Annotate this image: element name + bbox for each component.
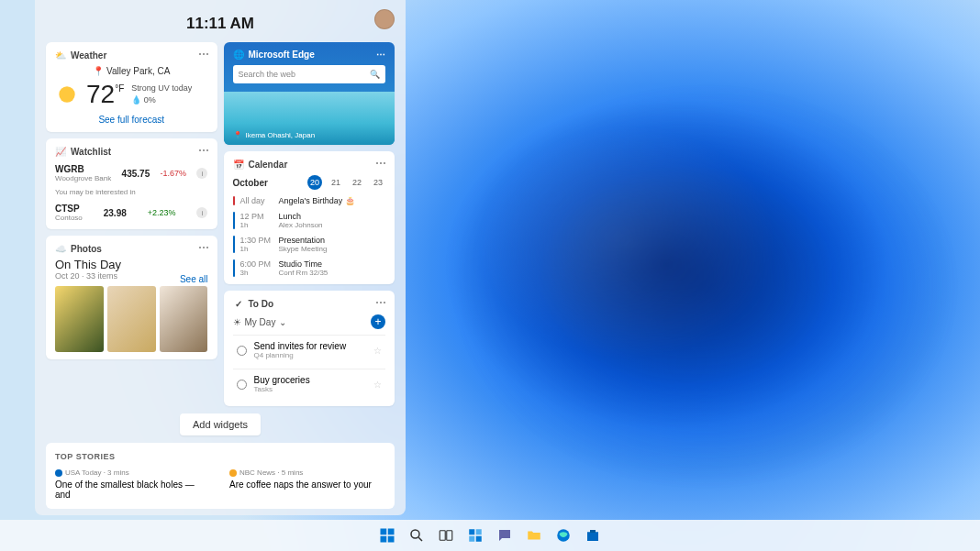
widgets-button[interactable] [463,523,487,547]
watchlist-title: Watchlist [71,147,111,157]
calendar-title: Calendar [249,160,288,170]
file-explorer-button[interactable] [522,523,546,547]
edge-more-icon[interactable]: ⋯ [376,50,385,60]
edge-title: Microsoft Edge [249,50,315,60]
chat-button[interactable] [493,523,517,547]
todo-widget[interactable]: ✓To Do ⋯ ☀My Day⌄+ Send invites for revi… [224,291,395,406]
photos-title: Photos [71,244,102,254]
edge-taskbar-button[interactable] [551,523,575,547]
svg-rect-11 [469,536,474,542]
weather-meta: Strong UV today💧 0% [131,83,192,105]
watchlist-more-icon[interactable]: ⋯ [198,144,210,157]
sun-small-icon: ☀ [233,317,241,327]
search-button[interactable] [405,523,429,547]
calendar-day[interactable]: 22 [350,175,364,190]
taskbar [0,520,980,551]
star-icon[interactable]: ☆ [373,346,382,356]
weather-icon: ⛅ [55,50,66,61]
svg-rect-15 [590,530,596,533]
chevron-down-icon[interactable]: ⌄ [279,317,286,327]
photo-thumb[interactable] [55,286,104,352]
user-avatar[interactable] [374,9,395,29]
panel-clock: 11:11 AM [186,15,254,33]
calendar-day[interactable]: 20 [307,175,322,190]
weather-title: Weather [71,50,106,61]
photos-icon: ☁️ [55,243,66,254]
search-icon: 🔍 [370,70,380,79]
edge-icon: 🌐 [233,50,244,60]
calendar-event[interactable]: 1:30 PM1hPresentationSkype Meeting [233,236,386,253]
todo-list-name[interactable]: My Day [245,317,276,327]
sun-icon [55,83,79,106]
svg-rect-7 [440,531,445,541]
photos-seeall-link[interactable]: See all [180,274,208,284]
watchlist-row[interactable]: WGRBWoodgrove Bank 435.75 -1.67% i [55,164,208,182]
story-item[interactable]: NBC News · 5 minsAre coffee naps the ans… [229,468,385,500]
todo-item[interactable]: Buy groceriesTasks☆ [233,369,386,399]
svg-rect-14 [587,532,598,541]
calendar-icon: 📅 [233,159,244,170]
calendar-month: October [233,178,302,188]
weather-temp: 72°F [86,80,124,109]
svg-rect-10 [476,529,482,534]
calendar-event[interactable]: 12 PM1hLunchAlex Johnson [233,212,386,229]
store-button[interactable] [581,523,605,547]
calendar-day[interactable]: 21 [329,175,343,190]
todo-add-button[interactable]: + [371,314,385,329]
calendar-event[interactable]: All dayAngela's Birthday 🎂 [233,196,386,205]
weather-location: 📍Valley Park, CA [55,66,208,76]
todo-item[interactable]: Send invites for reviewQ4 planning☆ [233,335,386,365]
weather-widget[interactable]: ⛅Weather ⋯ 📍Valley Park, CA 72°F Strong … [46,42,217,132]
todo-icon: ✓ [233,298,244,309]
todo-checkbox[interactable] [237,346,247,356]
svg-rect-8 [447,531,452,541]
photos-heading: On This Day [55,258,208,271]
svg-rect-3 [381,536,387,543]
info-icon[interactable]: i [196,168,207,179]
svg-rect-12 [476,536,482,542]
calendar-widget[interactable]: 📅Calendar ⋯ October 20 21 22 23 All dayA… [224,151,395,284]
start-button[interactable] [375,523,399,547]
svg-rect-9 [469,529,474,534]
watchlist-widget[interactable]: 📈Watchlist ⋯ WGRBWoodgrove Bank 435.75 -… [46,138,217,229]
watchlist-icon: 📈 [55,146,66,157]
add-widgets-button[interactable]: Add widgets [180,413,261,435]
watchlist-note: You may be interested in [55,188,208,196]
todo-more-icon[interactable]: ⋯ [375,296,387,309]
photo-thumb[interactable] [160,286,208,352]
calendar-day[interactable]: 23 [371,175,385,190]
svg-line-6 [418,537,422,541]
svg-rect-2 [388,529,395,535]
edge-widget[interactable]: 🌐Microsoft Edge⋯ Search the web🔍 📍Ikema … [224,42,395,145]
todo-checkbox[interactable] [237,380,247,390]
edge-search-input[interactable]: Search the web🔍 [233,65,386,83]
svg-rect-4 [388,536,395,543]
watchlist-row[interactable]: CTSPContoso 23.98 +2.23% i [55,204,208,222]
stories-title: TOP STORIES [55,452,385,461]
edge-caption: 📍Ikema Ohashi, Japan [233,131,316,139]
svg-point-5 [411,530,419,538]
photo-thumb[interactable] [107,286,156,352]
widgets-panel: 11:11 AM ⛅Weather ⋯ 📍Valley Park, CA 72°… [35,0,406,515]
calendar-more-icon[interactable]: ⋯ [375,157,387,170]
story-item[interactable]: USA Today · 3 minsOne of the smallest bl… [55,468,211,500]
task-view-button[interactable] [434,523,458,547]
photos-widget[interactable]: ☁️Photos ⋯ On This Day Oct 20 · 33 items… [46,236,217,359]
photos-more-icon[interactable]: ⋯ [198,241,210,254]
top-stories-widget[interactable]: TOP STORIES USA Today · 3 minsOne of the… [46,443,395,509]
svg-rect-1 [381,529,387,535]
todo-title: To Do [249,299,274,309]
svg-point-0 [59,86,74,102]
weather-more-icon[interactable]: ⋯ [198,48,210,61]
star-icon[interactable]: ☆ [373,380,382,390]
info-icon[interactable]: i [196,207,207,218]
calendar-event[interactable]: 6:00 PM3hStudio TimeConf Rm 32/35 [233,259,386,277]
weather-forecast-link[interactable]: See full forecast [55,115,208,125]
